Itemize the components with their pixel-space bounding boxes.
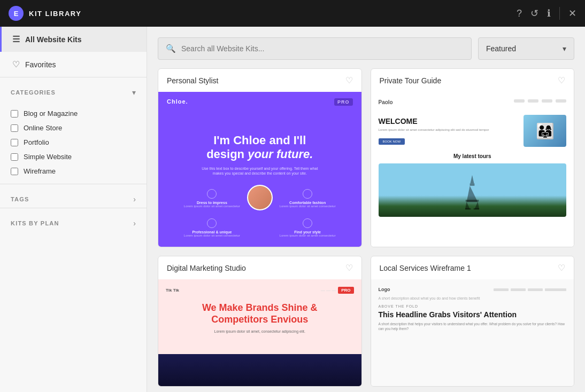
ps-pro-badge: PRO [334, 98, 353, 106]
content-area: 🔍 Featured ▾ Personal Stylist ♡ Chloe. P [147, 27, 585, 392]
sidebar-item-all-website-kits[interactable]: ☰ All Website Kits [0, 27, 147, 52]
tags-header[interactable]: TAGS › [11, 195, 136, 203]
svg-rect-1 [470, 184, 475, 186]
search-bar: 🔍 Featured ▾ [158, 37, 574, 60]
pt-hero: WELCOME Lorem ipsum dolor sit amet conse… [379, 115, 567, 147]
category-simple-website[interactable]: Simple Website [0, 150, 147, 164]
kit-card-thumbnail-lsw: Logo A short description about what you … [371, 279, 574, 386]
categories-chevron-icon: ▾ [132, 88, 136, 97]
category-checkbox[interactable] [11, 124, 18, 132]
favorite-heart-icon[interactable]: ♡ [558, 263, 565, 273]
top-bar-left: E KIT LIBRARY [9, 6, 81, 21]
category-wireframe[interactable]: Wireframe [0, 164, 147, 178]
search-input[interactable] [181, 38, 464, 59]
ps-headline-area: I'm Chloe and I'lldesign your future. Us… [202, 134, 318, 185]
kit-card-local-services-wireframe[interactable]: Local Services Wireframe 1 ♡ Logo A shor… [371, 256, 575, 387]
pt-eiffel-image [379, 163, 567, 217]
heart-icon: ♡ [12, 59, 20, 69]
category-label: Wireframe [24, 167, 56, 175]
category-checkbox[interactable] [11, 139, 18, 146]
dms-pro-badge: PRO [338, 287, 353, 294]
category-portfolio[interactable]: Portfolio [0, 135, 147, 150]
kits-by-plan-chevron-icon: › [133, 219, 136, 228]
category-label: Online Store [24, 124, 62, 132]
pt-brand: Paolo [379, 99, 393, 105]
category-checkbox[interactable] [11, 153, 18, 161]
menu-icon: ☰ [12, 34, 20, 44]
categories-list: Blog or Magazine Online Store Portfolio … [0, 101, 147, 184]
categories-title: CATEGORIES [11, 89, 56, 96]
tags-chevron-icon: › [133, 195, 136, 203]
help-icon[interactable]: ? [517, 8, 522, 19]
svg-rect-6 [465, 208, 471, 210]
chevron-down-icon: ▾ [563, 44, 566, 53]
category-label: Simple Website [24, 153, 72, 161]
kit-card-header: Private Tour Guide ♡ [371, 69, 574, 92]
kit-card-title: Digital Marketing Studio [167, 264, 246, 272]
svg-marker-0 [471, 175, 474, 184]
kit-card-title: Private Tour Guide [380, 76, 442, 85]
main-layout: ☰ All Website Kits ♡ Favorites CATEGORIE… [0, 27, 585, 392]
refresh-icon[interactable]: ↺ [530, 7, 538, 19]
kit-card-thumbnail-private-tour-guide: Paolo WELCOME Lorem ipsum dol [371, 92, 574, 247]
categories-header[interactable]: CATEGORIES ▾ [11, 88, 136, 97]
ps-brand: Chloe. [167, 98, 188, 105]
kit-card-header: Personal Stylist ♡ [158, 69, 361, 92]
dms-bottom-section [158, 354, 361, 386]
category-checkbox[interactable] [11, 110, 18, 117]
search-icon: 🔍 [166, 44, 176, 53]
pt-section-title: My latest tours [379, 153, 567, 159]
lsw-headline: This Headline Grabs Visitors' Attention [379, 310, 567, 319]
kit-card-title: Personal Stylist [167, 76, 218, 85]
ps-footer: Dress to impress Lorem ipsum dolor sit a… [158, 189, 361, 238]
category-checkbox[interactable] [11, 168, 18, 175]
kits-by-plan-title: KITS BY PLAN [11, 220, 59, 226]
category-label: Portfolio [24, 138, 49, 146]
kit-card-digital-marketing-studio[interactable]: Digital Marketing Studio ♡ Tik Tik — — —… [158, 256, 362, 387]
svg-rect-3 [466, 200, 479, 202]
category-online-store[interactable]: Online Store [0, 121, 147, 135]
filter-selected-value: Featured [486, 44, 516, 53]
top-bar-divider [559, 7, 560, 20]
top-bar-right: ? ↺ ℹ ✕ [517, 7, 576, 20]
dms-headline: We Make Brands Shine &Competitors Enviou… [166, 302, 354, 325]
pt-nav [514, 99, 566, 103]
favorite-heart-icon[interactable]: ♡ [345, 263, 353, 273]
app-title: KIT LIBRARY [29, 10, 81, 18]
kit-card-title: Local Services Wireframe 1 [380, 264, 471, 272]
svg-marker-5 [475, 202, 480, 209]
kit-card-header: Digital Marketing Studio ♡ [158, 256, 361, 279]
dms-brand: Tik Tik — — — PRO [166, 287, 354, 294]
close-icon[interactable]: ✕ [568, 7, 576, 19]
category-blog-or-magazine[interactable]: Blog or Magazine [0, 106, 147, 121]
kits-by-plan-section: KITS BY PLAN › [0, 208, 147, 232]
pt-hero-image: 👨‍👩‍👧 [524, 115, 566, 147]
filter-dropdown[interactable]: Featured ▾ [478, 37, 574, 60]
top-bar: E KIT LIBRARY ? ↺ ℹ ✕ [0, 0, 585, 27]
search-input-wrapper[interactable]: 🔍 [158, 37, 472, 60]
info-icon[interactable]: ℹ [547, 7, 551, 19]
categories-section: CATEGORIES ▾ [0, 77, 147, 101]
sidebar-item-favorites[interactable]: ♡ Favorites [0, 52, 147, 77]
kit-card-header: Local Services Wireframe 1 ♡ [371, 256, 574, 279]
sidebar-item-label: Favorites [25, 60, 56, 69]
svg-marker-4 [465, 202, 470, 209]
tags-section: TAGS › [0, 184, 147, 208]
sidebar-item-label: All Website Kits [25, 35, 82, 44]
app-logo: E [9, 6, 24, 21]
tags-title: TAGS [11, 196, 29, 202]
favorite-heart-icon[interactable]: ♡ [345, 75, 353, 85]
lsw-nav: Logo [379, 287, 567, 292]
kits-by-plan-header[interactable]: KITS BY PLAN › [11, 219, 136, 228]
category-label: Blog or Magazine [24, 109, 78, 117]
kit-card-thumbnail-dms: Tik Tik — — — PRO We Make Brands Shine &… [158, 279, 361, 386]
sidebar: ☰ All Website Kits ♡ Favorites CATEGORIE… [0, 27, 147, 392]
cards-grid: Personal Stylist ♡ Chloe. PRO I'm Chloe … [158, 68, 574, 387]
svg-marker-2 [467, 186, 478, 202]
kit-card-personal-stylist[interactable]: Personal Stylist ♡ Chloe. PRO I'm Chloe … [158, 68, 362, 247]
kit-card-thumbnail-personal-stylist: Chloe. PRO I'm Chloe and I'lldesign your… [158, 92, 361, 247]
lsw-tag: ABOVE THE FOLD [379, 304, 567, 308]
svg-rect-7 [474, 208, 480, 210]
kit-card-private-tour-guide[interactable]: Private Tour Guide ♡ Paolo [371, 68, 575, 247]
favorite-heart-icon[interactable]: ♡ [558, 75, 565, 85]
